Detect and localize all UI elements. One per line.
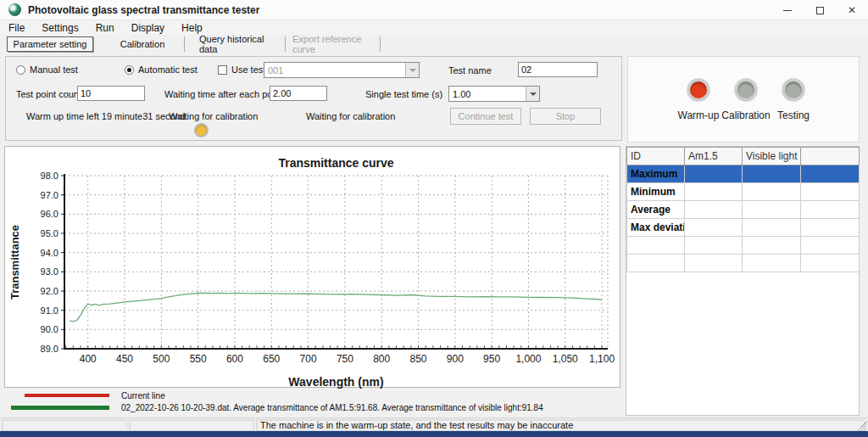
svg-text:96.0: 96.0 [41, 209, 58, 219]
svg-text:97.0: 97.0 [41, 190, 58, 200]
testing-indicator-icon [782, 79, 804, 101]
svg-text:800: 800 [373, 353, 390, 365]
table-row-max-deviation[interactable]: Max deviation [627, 219, 860, 237]
calibration-status-text-1: Waiting for calibration [169, 111, 258, 121]
status-panel-1 [2, 419, 127, 431]
table-row-empty[interactable] [627, 255, 860, 272]
warmup-lamp-icon [194, 123, 209, 137]
svg-text:900: 900 [447, 353, 464, 365]
svg-text:90.0: 90.0 [41, 324, 58, 334]
single-test-time-label: Single test time (s) [365, 89, 442, 99]
status-message: The machine is in the warm-up state, and… [257, 420, 864, 431]
export-reference-curve-button[interactable]: Export reference curve [292, 36, 379, 52]
window-title: Photovoltaic glass spectral transmittanc… [28, 0, 259, 20]
minimize-icon [783, 10, 792, 11]
menu-settings[interactable]: Settings [33, 20, 86, 35]
waiting-time-input[interactable] [270, 86, 327, 101]
status-panel-message: The machine is in the warm-up state, and… [256, 419, 865, 431]
maximize-icon [816, 7, 824, 14]
results-table: ID Am1.5 Visible light Maximum Minimum A… [626, 147, 860, 272]
chevron-down-icon [409, 69, 416, 72]
toolbar: Parameter setting Calibration Query hist… [0, 35, 868, 53]
test-point-count-label: Test point count [16, 89, 81, 99]
resize-grip-icon[interactable] [857, 421, 867, 431]
toolbar-separator [285, 36, 286, 52]
menu-help[interactable]: Help [173, 20, 211, 35]
app-icon [8, 3, 21, 16]
svg-text:89.0: 89.0 [41, 344, 58, 354]
svg-text:500: 500 [153, 353, 170, 365]
current-line-swatch-icon [25, 394, 109, 397]
automatic-test-radio[interactable]: Automatic test [125, 64, 198, 75]
warmup-countdown-text: Warm up time left 19 minute31 second [26, 111, 186, 121]
svg-text:94.0: 94.0 [41, 248, 58, 258]
svg-text:1,100: 1,100 [589, 353, 615, 365]
svg-text:450: 450 [116, 353, 133, 365]
table-row-empty[interactable] [627, 237, 860, 255]
reference-line-swatch-icon [11, 406, 109, 410]
svg-text:1,000: 1,000 [515, 353, 541, 365]
svg-text:600: 600 [226, 353, 243, 365]
radio-checked-icon [125, 65, 134, 75]
menu-display[interactable]: Display [123, 20, 173, 35]
continue-test-button[interactable]: Continue test [450, 108, 521, 125]
test-point-count-input[interactable] [77, 86, 145, 101]
svg-text:650: 650 [263, 353, 280, 365]
col-header-am15[interactable]: Am1.5 [685, 148, 743, 165]
table-header-row: ID Am1.5 Visible light [627, 148, 860, 165]
svg-text:93.0: 93.0 [41, 266, 58, 277]
col-header-id[interactable]: ID [627, 148, 685, 165]
test-name-input[interactable] [518, 62, 598, 77]
test-path-dropdown[interactable]: 001 [264, 62, 420, 78]
radio-unchecked-icon [16, 65, 25, 75]
calibration-indicator-icon [735, 79, 757, 101]
table-row-average[interactable]: Average [627, 201, 860, 219]
menu-file[interactable]: File [0, 20, 33, 35]
table-row-minimum[interactable]: Minimum [627, 183, 860, 201]
svg-text:Transmittance curve: Transmittance curve [278, 156, 393, 170]
warmup-indicator-icon [687, 79, 709, 101]
svg-text:750: 750 [337, 353, 353, 365]
bottom-edge-strip [0, 431, 868, 437]
dropdown-arrow-box [526, 87, 539, 101]
svg-text:850: 850 [410, 353, 427, 365]
svg-text:Wavelength (nm): Wavelength (nm) [288, 375, 383, 389]
status-panel-2 [129, 419, 254, 431]
window-controls: ✕ [771, 0, 868, 20]
parameter-setting-button[interactable]: Parameter setting [7, 36, 93, 52]
manual-test-radio[interactable]: Manual test [16, 64, 78, 75]
maximize-button[interactable] [804, 0, 836, 20]
col-header-visible-light[interactable]: Visible light [743, 148, 801, 165]
test-name-label: Test name [448, 65, 492, 76]
toolbar-separator [184, 36, 185, 52]
svg-text:700: 700 [300, 353, 317, 365]
svg-text:95.0: 95.0 [41, 228, 58, 238]
svg-text:Transmittance: Transmittance [8, 225, 21, 300]
svg-text:98.0: 98.0 [41, 171, 58, 181]
menu-bar: File Settings Run Display Help [0, 20, 868, 35]
col-header-extra[interactable] [801, 148, 860, 165]
single-test-time-dropdown[interactable]: 1.00 [448, 86, 540, 102]
status-bar: The machine is in the warm-up state, and… [0, 417, 868, 431]
stop-button[interactable]: Stop [530, 108, 601, 125]
chevron-down-icon [530, 92, 537, 96]
dropdown-arrow-box [405, 63, 419, 77]
title-bar: Photovoltaic glass spectral transmittanc… [0, 0, 868, 20]
testing-indicator-label: Testing [764, 109, 823, 121]
calibration-status-text-2: Waiting for calibration [306, 111, 395, 121]
close-button[interactable]: ✕ [836, 0, 868, 20]
minimize-button[interactable] [771, 0, 804, 20]
svg-text:91.0: 91.0 [41, 305, 58, 316]
status-indicator-panel: Warm-up Calibration Testing [627, 56, 860, 143]
svg-text:1,050: 1,050 [553, 353, 578, 365]
table-row-maximum[interactable]: Maximum [627, 165, 860, 183]
reference-line-legend-label: 02_2022-10-26 10-20-39.dat. Average tran… [121, 403, 543, 412]
current-line-legend-label: Current line [121, 391, 165, 401]
calibration-button[interactable]: Calibration [102, 36, 183, 52]
menu-run[interactable]: Run [87, 20, 123, 35]
svg-text:950: 950 [483, 353, 500, 365]
svg-text:400: 400 [80, 353, 97, 365]
query-historical-data-button[interactable]: Query historical data [199, 36, 284, 52]
toolbar-separator [380, 36, 381, 52]
svg-text:92.0: 92.0 [41, 286, 58, 296]
